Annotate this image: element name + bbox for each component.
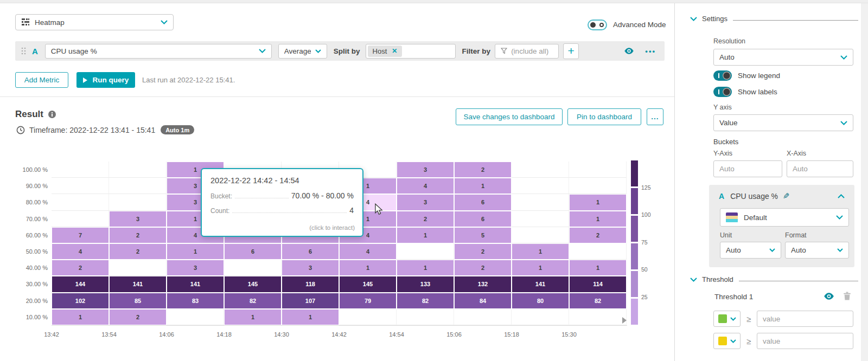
heatmap-cell[interactable] [569,309,627,325]
show-labels-toggle[interactable] [713,87,732,97]
split-by-input[interactable]: Host ✕ [366,44,456,59]
heatmap-cell[interactable] [569,243,627,260]
heatmap-cell[interactable]: 4 [397,178,454,194]
heatmap-cell[interactable] [569,162,627,178]
save-to-dashboard-button[interactable]: Save changes to dashboard [456,108,563,125]
heatmap-cell[interactable]: 5 [454,227,512,243]
heatmap-cell[interactable]: 118 [282,276,339,292]
palette-select[interactable]: Default [720,208,849,227]
heatmap-cell[interactable]: 3 [282,260,339,276]
heatmap-cell[interactable] [512,162,569,178]
heatmap-cell[interactable]: 3 [167,260,224,276]
split-by-chip[interactable]: Host ✕ [368,46,403,57]
heatmap-cell[interactable]: 2 [454,260,512,276]
buckets-x-input[interactable]: Auto [787,160,853,177]
aggregation-select[interactable]: Average [278,44,327,59]
unit-select[interactable]: Auto [720,242,781,259]
edit-pencil-icon[interactable]: ✎ [783,191,790,201]
heatmap-cell[interactable] [512,178,569,194]
heatmap-cell[interactable]: 83 [167,293,224,309]
remove-chip-icon[interactable]: ✕ [392,47,397,55]
resolution-select[interactable]: Auto [713,49,853,66]
heatmap-cell[interactable]: 84 [454,293,512,309]
heatmap-cell[interactable]: 82 [569,293,627,309]
heatmap-cell[interactable]: 1 [397,260,454,276]
heatmap-cell[interactable]: 102 [52,293,109,309]
heatmap-cell[interactable] [52,162,109,178]
drag-handle-icon[interactable] [21,47,27,55]
show-legend-toggle[interactable] [713,70,732,81]
settings-section-header[interactable]: Settings [690,15,858,23]
heatmap-cell[interactable]: 82 [397,293,454,309]
heatmap-cell[interactable]: 4 [52,243,109,260]
heatmap-cell[interactable]: 80 [512,293,569,309]
heatmap-cell[interactable]: 145 [224,276,282,292]
heatmap-cell[interactable]: 3 [397,194,454,210]
info-icon[interactable] [48,110,56,119]
heatmap-cell[interactable]: 3 [397,162,454,178]
heatmap-cell[interactable] [109,260,167,276]
heatmap-cell[interactable]: 2 [454,162,512,178]
threshold-value-input[interactable]: value [757,333,853,349]
heatmap-cell[interactable] [339,309,397,325]
buckets-y-input[interactable]: Auto [713,160,782,177]
heatmap-cell[interactable]: 114 [569,276,627,292]
pin-to-dashboard-button[interactable]: Pin to dashboard [567,108,641,125]
heatmap-cell[interactable]: 1 [282,309,339,325]
heatmap-cell[interactable]: 2 [109,243,167,260]
heatmap-cell[interactable]: 1 [224,309,282,325]
heatmap-cell[interactable] [454,309,512,325]
heatmap-cell[interactable]: 2 [454,243,512,260]
heatmap-cell[interactable]: 141 [167,276,224,292]
heatmap-cell[interactable]: 7 [52,227,109,243]
threshold-value-input[interactable]: value [757,311,853,327]
heatmap-cell[interactable]: 1 [569,211,627,227]
threshold-color-select[interactable] [713,311,741,327]
heatmap-cell[interactable] [512,309,569,325]
heatmap-cell[interactable]: 1 [339,260,397,276]
threshold-eye-icon[interactable] [824,292,834,300]
heatmap-cell[interactable]: 145 [339,276,397,292]
add-metric-button[interactable]: Add Metric [15,72,68,88]
heatmap-cell[interactable] [167,309,224,325]
result-more-button[interactable]: ... [647,108,663,125]
heatmap-cell[interactable]: 6 [282,243,339,260]
heatmap-cell[interactable] [52,211,109,227]
scroll-right-arrow-icon[interactable] [622,317,627,324]
heatmap-cell[interactable]: 2 [52,260,109,276]
heatmap-cell[interactable]: 79 [339,293,397,309]
heatmap-cell[interactable]: 1 [167,243,224,260]
heatmap-cell[interactable]: 1 [512,260,569,276]
heatmap-cell[interactable]: 1 [397,227,454,243]
metric-select[interactable]: CPU usage % [45,44,272,59]
heatmap-cell[interactable] [224,260,282,276]
filter-by-input[interactable]: (include all) [495,44,559,59]
heatmap-cell[interactable]: 107 [282,293,339,309]
heatmap-cell[interactable] [512,227,569,243]
heatmap-cell[interactable]: 141 [109,276,167,292]
heatmap-cell[interactable]: 1 [52,309,109,325]
heatmap-cell[interactable] [109,178,167,194]
heatmap-cell[interactable] [569,178,627,194]
chevron-up-icon[interactable] [838,194,845,198]
heatmap-cell[interactable] [52,194,109,210]
heatmap-cell[interactable] [52,178,109,194]
query-more-menu[interactable]: ••• [645,47,656,55]
heatmap-cell[interactable]: 2 [109,227,167,243]
y-axis-select[interactable]: Value [713,114,853,131]
heatmap-cell[interactable] [512,211,569,227]
heatmap-cell[interactable]: 6 [454,211,512,227]
advanced-mode-toggle[interactable] [588,20,607,30]
heatmap-cell[interactable]: 85 [109,293,167,309]
heatmap-cell[interactable] [397,309,454,325]
sidebar-scrollbar[interactable] [861,3,868,361]
heatmap-cell[interactable]: 3 [109,211,167,227]
heatmap-cell[interactable]: 1 [569,194,627,210]
heatmap-cell[interactable] [512,194,569,210]
heatmap-cell[interactable]: 82 [224,293,282,309]
heatmap-cell[interactable]: 2 [397,211,454,227]
heatmap-cell[interactable] [109,162,167,178]
heatmap-cell[interactable] [109,194,167,210]
threshold-color-select[interactable] [713,333,741,349]
heatmap-cell[interactable]: 6 [224,243,282,260]
